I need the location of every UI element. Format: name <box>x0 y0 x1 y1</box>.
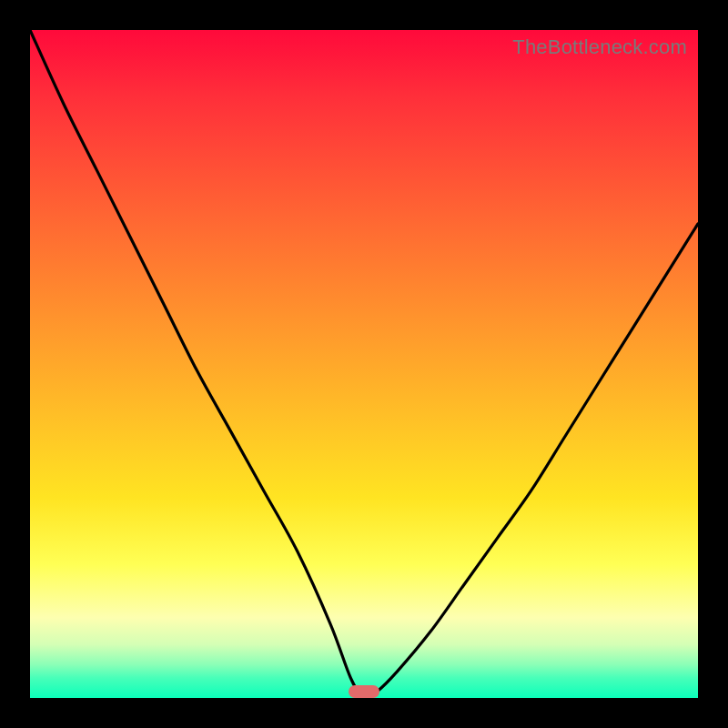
optimal-marker <box>349 685 379 698</box>
chart-frame: TheBottleneck.com <box>0 0 728 728</box>
bottleneck-curve <box>30 30 698 698</box>
plot-area: TheBottleneck.com <box>30 30 698 698</box>
